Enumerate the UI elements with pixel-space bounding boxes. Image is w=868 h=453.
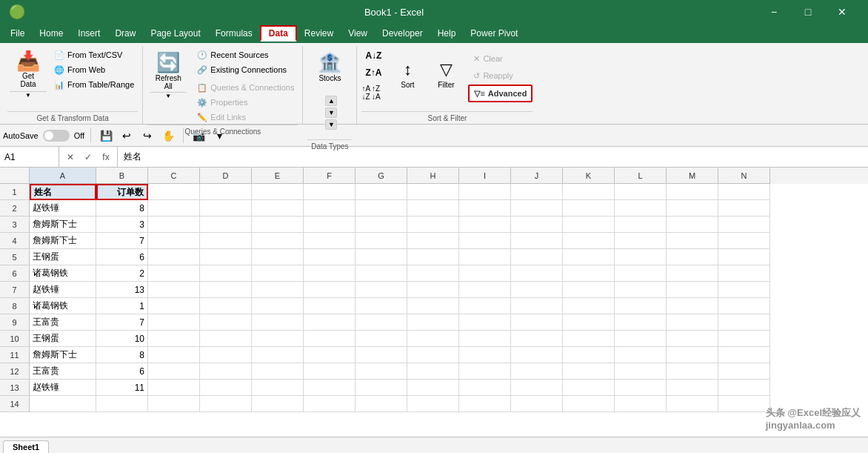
cell-j9[interactable] bbox=[511, 314, 563, 331]
minimize-button[interactable]: − bbox=[757, 0, 791, 24]
cell-c1[interactable] bbox=[148, 184, 200, 200]
row-number[interactable]: 12 bbox=[0, 363, 30, 380]
cell-i14[interactable] bbox=[459, 396, 511, 412]
cell-a4[interactable]: 詹姆斯下士 bbox=[30, 233, 96, 249]
cell-i8[interactable] bbox=[459, 298, 511, 314]
edit-links-button[interactable]: ✏️ Edit Links bbox=[193, 110, 298, 125]
cell-c9[interactable] bbox=[148, 314, 200, 331]
cell-i1[interactable] bbox=[459, 184, 511, 200]
cell-n11[interactable] bbox=[718, 347, 770, 363]
cell-b1[interactable]: 订单数 bbox=[96, 184, 148, 200]
cell-b9[interactable]: 7 bbox=[96, 314, 148, 331]
cancel-formula-button[interactable]: ✕ bbox=[62, 149, 79, 165]
existing-connections-button[interactable]: 🔗 Existing Connections bbox=[193, 62, 298, 77]
formula-content[interactable]: 姓名 bbox=[118, 151, 868, 163]
cell-e10[interactable] bbox=[252, 331, 304, 347]
cell-k14[interactable] bbox=[563, 396, 615, 412]
row-number[interactable]: 11 bbox=[0, 347, 30, 363]
cell-d14[interactable] bbox=[200, 396, 252, 412]
cell-k3[interactable] bbox=[563, 216, 615, 233]
cell-n6[interactable] bbox=[718, 265, 770, 282]
cell-j12[interactable] bbox=[511, 363, 563, 380]
cell-j14[interactable] bbox=[511, 396, 563, 412]
cell-f1[interactable] bbox=[304, 184, 355, 200]
cell-k5[interactable] bbox=[563, 249, 615, 265]
cell-h10[interactable] bbox=[407, 331, 459, 347]
cell-m4[interactable] bbox=[667, 233, 718, 249]
row-number[interactable]: 3 bbox=[0, 216, 30, 233]
cell-k10[interactable] bbox=[563, 331, 615, 347]
cell-m10[interactable] bbox=[667, 331, 718, 347]
cell-c2[interactable] bbox=[148, 200, 200, 216]
cell-d7[interactable] bbox=[200, 282, 252, 298]
clear-button[interactable]: ✕ Clear bbox=[468, 50, 533, 67]
cell-i11[interactable] bbox=[459, 347, 511, 363]
cell-a3[interactable]: 詹姆斯下士 bbox=[30, 216, 96, 233]
cell-n1[interactable] bbox=[718, 184, 770, 200]
cell-g14[interactable] bbox=[355, 396, 407, 412]
camera-button[interactable]: 📷 bbox=[190, 127, 207, 145]
cell-c3[interactable] bbox=[148, 216, 200, 233]
cell-m7[interactable] bbox=[667, 282, 718, 298]
cell-a2[interactable]: 赵铁锤 bbox=[30, 200, 96, 216]
cell-e11[interactable] bbox=[252, 347, 304, 363]
cell-d13[interactable] bbox=[200, 380, 252, 396]
cell-k4[interactable] bbox=[563, 233, 615, 249]
cell-b11[interactable]: 8 bbox=[96, 347, 148, 363]
scroll-up-button[interactable]: ▲ bbox=[325, 96, 337, 106]
cell-f6[interactable] bbox=[304, 265, 355, 282]
cell-l13[interactable] bbox=[615, 380, 667, 396]
reapply-button[interactable]: ↺ Reapply bbox=[468, 67, 533, 84]
row-number[interactable]: 9 bbox=[0, 314, 30, 331]
get-data-button[interactable]: 📥 GetData ▼ bbox=[7, 47, 49, 101]
cell-a5[interactable]: 王钢蛋 bbox=[30, 249, 96, 265]
cell-e2[interactable] bbox=[252, 200, 304, 216]
cell-g10[interactable] bbox=[355, 331, 407, 347]
cell-g13[interactable] bbox=[355, 380, 407, 396]
row-number[interactable]: 8 bbox=[0, 298, 30, 314]
cell-g1[interactable] bbox=[355, 184, 407, 200]
cell-k9[interactable] bbox=[563, 314, 615, 331]
cell-l12[interactable] bbox=[615, 363, 667, 380]
cell-a9[interactable]: 王富贵 bbox=[30, 314, 96, 331]
cell-f14[interactable] bbox=[304, 396, 355, 412]
cell-c5[interactable] bbox=[148, 249, 200, 265]
cell-a10[interactable]: 王钢蛋 bbox=[30, 331, 96, 347]
cell-i12[interactable] bbox=[459, 363, 511, 380]
cell-b10[interactable]: 10 bbox=[96, 331, 148, 347]
sort-az-button[interactable]: A↓Z bbox=[361, 47, 385, 64]
cell-b3[interactable]: 3 bbox=[96, 216, 148, 233]
menu-view[interactable]: View bbox=[341, 25, 375, 42]
cell-h8[interactable] bbox=[407, 298, 459, 314]
cell-l7[interactable] bbox=[615, 282, 667, 298]
cell-a13[interactable]: 赵铁锤 bbox=[30, 380, 96, 396]
confirm-formula-button[interactable]: ✓ bbox=[80, 149, 96, 165]
cell-g5[interactable] bbox=[355, 249, 407, 265]
cell-e4[interactable] bbox=[252, 233, 304, 249]
cell-m2[interactable] bbox=[667, 200, 718, 216]
row-number[interactable]: 5 bbox=[0, 249, 30, 265]
cell-i7[interactable] bbox=[459, 282, 511, 298]
cell-i2[interactable] bbox=[459, 200, 511, 216]
cell-f12[interactable] bbox=[304, 363, 355, 380]
cell-l8[interactable] bbox=[615, 298, 667, 314]
cell-f3[interactable] bbox=[304, 216, 355, 233]
cell-m14[interactable] bbox=[667, 396, 718, 412]
cell-g9[interactable] bbox=[355, 314, 407, 331]
close-button[interactable]: ✕ bbox=[825, 0, 859, 24]
cell-b12[interactable]: 6 bbox=[96, 363, 148, 380]
cell-e12[interactable] bbox=[252, 363, 304, 380]
autosave-toggle[interactable] bbox=[43, 130, 70, 142]
cell-j1[interactable] bbox=[511, 184, 563, 200]
cell-c4[interactable] bbox=[148, 233, 200, 249]
cell-c11[interactable] bbox=[148, 347, 200, 363]
cell-h6[interactable] bbox=[407, 265, 459, 282]
cell-j5[interactable] bbox=[511, 249, 563, 265]
insert-function-button[interactable]: fx bbox=[98, 149, 114, 165]
cell-l2[interactable] bbox=[615, 200, 667, 216]
menu-formulas[interactable]: Formulas bbox=[208, 25, 260, 42]
cell-a7[interactable]: 赵铁锤 bbox=[30, 282, 96, 298]
cell-a1[interactable]: 姓名 bbox=[30, 184, 96, 200]
col-header-h[interactable]: H bbox=[407, 168, 459, 184]
cell-h11[interactable] bbox=[407, 347, 459, 363]
